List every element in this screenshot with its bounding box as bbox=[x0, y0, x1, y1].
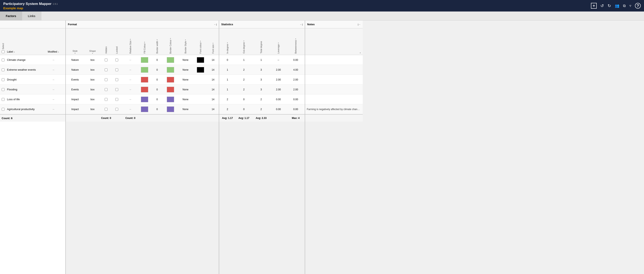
hidden-col-header[interactable]: Hidden bbox=[101, 28, 112, 55]
tab-factors[interactable]: Factors bbox=[0, 11, 22, 20]
row-fillcolour-cell bbox=[138, 57, 150, 63]
notes-col-header-area: ▲ bbox=[305, 28, 363, 55]
modified-col-header[interactable]: Modified ▲ bbox=[44, 28, 63, 54]
fontsize-col-label: Font size bbox=[212, 44, 214, 54]
table-container: Select Label ▲ Modified ▲ bbox=[0, 20, 644, 274]
add-icon[interactable]: + bbox=[591, 3, 597, 9]
row-fillcolour-swatch[interactable] bbox=[141, 67, 148, 73]
row-betweenness: 0.00 bbox=[287, 58, 305, 61]
row-locked[interactable] bbox=[115, 98, 118, 101]
row-locked[interactable] bbox=[115, 88, 118, 91]
fontcolour-col-label: Font colour bbox=[199, 42, 202, 54]
betweenness-col-header[interactable]: ▲ Betweenness bbox=[287, 28, 305, 55]
leverage-col-label: Leverage bbox=[277, 44, 280, 54]
row-bordercolour-swatch[interactable] bbox=[167, 57, 174, 63]
row-bordercolour-swatch[interactable] bbox=[167, 67, 174, 73]
row-bordercolour-cell bbox=[164, 57, 177, 63]
row-fillcolour-swatch[interactable] bbox=[141, 77, 148, 83]
row-checkbox[interactable] bbox=[2, 68, 4, 71]
style-col-header[interactable]: Style ▲ bbox=[66, 28, 84, 55]
locked-col-header[interactable]: Locked bbox=[112, 28, 122, 55]
row-hidden[interactable] bbox=[105, 68, 108, 71]
leverage-col-header[interactable]: ▲ Leverage bbox=[270, 28, 287, 55]
table-row: Extreme weather events -- bbox=[0, 65, 66, 75]
row-hidden[interactable] bbox=[105, 108, 108, 111]
stats-row: 1 2 3 2.00 2.00 bbox=[219, 75, 305, 85]
row-hidden[interactable] bbox=[105, 78, 108, 81]
row-hidden[interactable] bbox=[105, 88, 108, 91]
shape-col-header[interactable]: Shape ▲ bbox=[84, 28, 101, 55]
format-panel: Format ←| Style ▲ Shape ▲ bbox=[66, 20, 219, 274]
betweenness-col-label: Betweenness bbox=[294, 40, 297, 54]
row-indegree: 1 bbox=[219, 88, 236, 91]
tab-links[interactable]: Links bbox=[22, 11, 42, 20]
row-locked[interactable] bbox=[115, 68, 118, 71]
totaldegree-col-header[interactable]: Total degree bbox=[252, 28, 270, 55]
notes-collapse-btn[interactable]: |→ bbox=[358, 23, 361, 26]
filter-icon[interactable]: ▿ bbox=[630, 3, 631, 8]
label-col-header[interactable]: Label ▲ bbox=[6, 28, 44, 54]
row-checkbox[interactable] bbox=[2, 58, 4, 61]
row-locked[interactable] bbox=[115, 58, 118, 61]
row-totaldegree: 3 bbox=[252, 68, 270, 71]
row-fillcolour-swatch[interactable] bbox=[141, 96, 148, 102]
undo-icon[interactable]: ↺ bbox=[600, 3, 604, 8]
help-icon[interactable]: ? bbox=[635, 3, 641, 9]
select-all-checkbox[interactable] bbox=[2, 50, 4, 53]
row-checkbox[interactable] bbox=[2, 78, 4, 81]
row-checkbox[interactable] bbox=[2, 88, 4, 91]
row-fillcolour-cell bbox=[138, 106, 150, 112]
stats-row: 2 0 2 0.00 0.00 bbox=[219, 94, 305, 104]
row-bordercolour-swatch[interactable] bbox=[167, 106, 174, 112]
fontsize-col-header[interactable]: ▲ Font size bbox=[207, 28, 219, 55]
main-area: Select Label ▲ Modified ▲ bbox=[0, 20, 644, 274]
borderstyle-col-header[interactable]: ▲ Border Style bbox=[177, 28, 194, 55]
row-fontcolour-swatch[interactable] bbox=[197, 67, 204, 73]
row-hidden[interactable] bbox=[105, 58, 108, 61]
fixed-left-panel: Select Label ▲ Modified ▲ bbox=[0, 20, 66, 274]
row-locked-cell bbox=[112, 68, 122, 71]
users-icon[interactable]: 👥 bbox=[615, 3, 619, 8]
row-indegree: 1 bbox=[219, 78, 236, 81]
fillcolour-col-header[interactable]: ▲ Fill Colour bbox=[138, 28, 150, 55]
indegree-col-header[interactable]: ▲ In-degree bbox=[219, 28, 236, 55]
row-relsize: -- bbox=[122, 78, 138, 81]
fontcolour-sort: ▲ bbox=[200, 40, 201, 42]
row-hidden[interactable] bbox=[105, 98, 108, 101]
row-betweenness: 2.00 bbox=[287, 88, 305, 91]
row-fontcolour-swatch[interactable] bbox=[197, 57, 204, 63]
row-fillcolour-swatch[interactable] bbox=[141, 106, 148, 112]
row-leverage: 2.00 bbox=[270, 68, 287, 71]
statistics-collapse-btn[interactable]: ←| bbox=[300, 23, 303, 26]
row-locked-cell bbox=[112, 108, 122, 111]
format-collapse-btn[interactable]: ←| bbox=[214, 23, 217, 26]
row-locked[interactable] bbox=[115, 78, 118, 81]
row-bordercolour-cell bbox=[164, 96, 177, 102]
statistics-label: Statistics bbox=[221, 23, 233, 26]
notes-rows: Farming is negatively affected by climat… bbox=[305, 55, 363, 114]
outdegree-col-header[interactable]: ▲ Out-degree bbox=[236, 28, 252, 55]
row-borderstyle: None bbox=[177, 58, 194, 61]
row-fillcolour-swatch[interactable] bbox=[141, 57, 148, 63]
row-checkbox[interactable] bbox=[2, 108, 4, 111]
row-borderwidth: 0 bbox=[150, 108, 164, 111]
redo-icon[interactable]: ↻ bbox=[608, 3, 611, 8]
row-label: Flooding bbox=[6, 88, 44, 91]
row-locked[interactable] bbox=[115, 108, 118, 111]
row-bordercolour-swatch[interactable] bbox=[167, 96, 174, 102]
row-fontcolour-cell bbox=[194, 57, 207, 63]
relsize-col-header[interactable]: ▲ Relative Size bbox=[122, 28, 138, 55]
row-bordercolour-swatch[interactable] bbox=[167, 77, 174, 83]
stats-rows: 0 1 1 -- 0.00 1 2 3 2.00 4.00 1 2 3 2.00… bbox=[219, 55, 305, 114]
borderwidth-col-header[interactable]: ▲ Border width bbox=[150, 28, 164, 55]
row-checkbox[interactable] bbox=[2, 98, 4, 101]
row-bordercolour-swatch[interactable] bbox=[167, 87, 174, 92]
fillcolour-sort: ▲ bbox=[144, 41, 145, 43]
row-shape: box bbox=[84, 68, 101, 71]
stats-row: 1 2 3 2.00 2.00 bbox=[219, 85, 305, 94]
row-outdegree: 2 bbox=[236, 68, 252, 71]
fontcolour-col-header[interactable]: ▲ Font colour bbox=[194, 28, 207, 55]
bordercolour-col-header[interactable]: ▲ Border Colour bbox=[164, 28, 177, 55]
row-fillcolour-swatch[interactable] bbox=[141, 87, 148, 92]
copy-icon[interactable]: ⧉ bbox=[623, 4, 626, 8]
